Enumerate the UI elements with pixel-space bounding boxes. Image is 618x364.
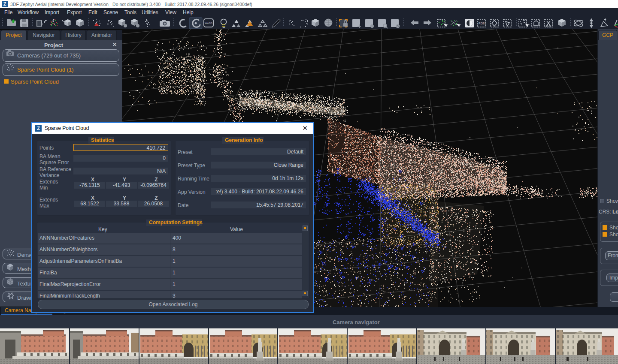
svg-text:WASD: WASD xyxy=(205,22,212,24)
svg-text:RGB: RGB xyxy=(479,22,485,25)
